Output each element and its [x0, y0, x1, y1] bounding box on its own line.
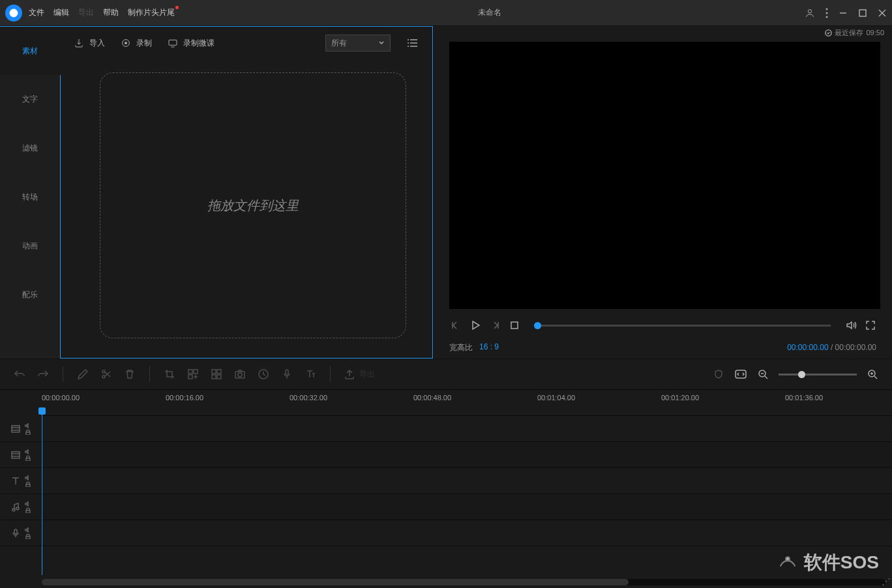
mute-icon[interactable] [25, 449, 31, 454]
track-head [0, 416, 42, 441]
audio-track[interactable] [0, 494, 892, 520]
tab-media[interactable]: 素材 [0, 26, 60, 75]
marker-button[interactable] [712, 368, 725, 381]
mic-icon [281, 368, 293, 380]
svg-point-55 [12, 508, 15, 511]
time-display: 00:00:00.00 / 00:00:00.00 [787, 343, 876, 352]
scrollbar-thumb[interactable] [42, 579, 629, 585]
lock-icon[interactable] [25, 456, 31, 461]
menu-file[interactable]: 文件 [29, 7, 44, 18]
undo-button[interactable] [13, 368, 26, 381]
text-track[interactable] [0, 468, 892, 494]
svg-rect-29 [188, 375, 192, 379]
text-track-icon [10, 476, 21, 486]
crop-button[interactable] [163, 368, 176, 381]
mic-track-icon [10, 528, 21, 538]
list-icon [407, 37, 419, 49]
text-effect-button[interactable] [304, 368, 317, 381]
lock-icon[interactable] [25, 508, 31, 513]
zoom-thumb[interactable] [798, 371, 805, 378]
window-title: 未命名 [175, 7, 805, 18]
snapshot-button[interactable] [233, 368, 246, 381]
minimize-icon[interactable] [839, 8, 848, 18]
lock-icon[interactable] [25, 534, 31, 539]
user-icon[interactable] [805, 8, 815, 18]
preview-panel: 最近保存 09:50 宽高比 16 : 9 00:00:00.00 / 00:0… [434, 26, 892, 359]
tab-filter[interactable]: 滤镜 [0, 124, 60, 173]
mute-icon[interactable] [25, 423, 31, 428]
pencil-icon [77, 368, 89, 380]
redo-icon [37, 368, 49, 380]
video-track-1[interactable] [0, 416, 892, 442]
fit-icon [735, 370, 747, 379]
svg-rect-37 [286, 370, 288, 375]
fit-button[interactable] [734, 368, 747, 381]
stop-button[interactable] [509, 320, 520, 331]
redo-button[interactable] [37, 368, 50, 381]
menu-edit[interactable]: 编辑 [53, 7, 69, 18]
record-button[interactable]: 录制 [121, 38, 152, 49]
horizontal-scrollbar[interactable] [42, 579, 885, 585]
svg-point-2 [15, 12, 16, 14]
ruler-mark: 00:00:16.00 [166, 394, 203, 402]
progress-bar[interactable] [534, 325, 831, 327]
track-head [0, 468, 42, 493]
mute-icon[interactable] [25, 527, 31, 533]
undo-icon [14, 368, 25, 380]
video-track-2[interactable] [0, 442, 892, 468]
fullscreen-button[interactable] [865, 319, 876, 331]
menu-export[interactable]: 导出 [78, 7, 94, 18]
svg-rect-57 [26, 510, 30, 513]
filter-dropdown[interactable]: 所有 [325, 35, 391, 51]
menu-help[interactable]: 帮助 [103, 7, 119, 18]
media-area: 导入 录制 录制微课 所有 [60, 26, 433, 359]
mosaic-button[interactable] [186, 368, 200, 381]
mute-icon[interactable] [25, 475, 31, 480]
shield-icon [713, 369, 724, 379]
progress-thumb[interactable] [534, 322, 541, 329]
export-button[interactable]: 导出 [344, 368, 375, 381]
voice-track[interactable] [0, 520, 892, 546]
tab-music[interactable]: 配乐 [0, 271, 60, 319]
lock-icon[interactable] [25, 482, 31, 487]
playhead[interactable] [42, 413, 42, 575]
clock-icon [258, 368, 269, 380]
volume-button[interactable] [845, 319, 857, 331]
prev-frame-button[interactable] [449, 319, 461, 331]
grid-add-icon [187, 368, 199, 380]
aspect-value[interactable]: 16 : 9 [479, 342, 499, 353]
tab-transition[interactable]: 转场 [0, 173, 60, 222]
import-button[interactable]: 导入 [74, 38, 105, 49]
lock-icon[interactable] [25, 430, 31, 435]
delete-button[interactable] [123, 368, 136, 381]
maximize-icon[interactable] [858, 8, 867, 18]
cut-button[interactable] [100, 368, 113, 381]
timeline-ruler[interactable]: 00:00:00.00 00:00:16.00 00:00:32.00 00:0… [42, 390, 892, 416]
svg-rect-24 [511, 322, 518, 329]
chevron-down-icon [378, 40, 385, 46]
tab-text[interactable]: 文字 [0, 75, 60, 124]
zoom-out-button[interactable] [756, 368, 769, 381]
close-icon[interactable] [878, 8, 887, 18]
mute-icon[interactable] [25, 501, 31, 507]
svg-rect-15 [169, 40, 177, 45]
resize-grip[interactable]: ⋰ [882, 576, 891, 587]
edit-button[interactable] [76, 368, 89, 381]
preview-viewport[interactable] [449, 42, 880, 309]
svg-rect-58 [14, 529, 17, 534]
menu-credits[interactable]: 制作片头片尾 [128, 7, 175, 18]
text-effect-icon [305, 368, 316, 380]
more-icon[interactable] [825, 8, 828, 18]
play-button[interactable] [469, 319, 482, 332]
voice-button[interactable] [280, 368, 293, 381]
media-dropzone[interactable]: 拖放文件到这里 [100, 72, 406, 338]
split-button[interactable] [210, 368, 223, 381]
next-frame-button[interactable] [490, 319, 501, 331]
tab-animation[interactable]: 动画 [0, 222, 60, 271]
zoom-in-button[interactable] [866, 368, 879, 381]
record-micro-button[interactable]: 录制微课 [168, 38, 215, 49]
zoom-slider[interactable] [779, 374, 857, 375]
view-toggle-button[interactable] [406, 37, 419, 50]
svg-rect-31 [217, 370, 221, 374]
speed-button[interactable] [257, 368, 270, 381]
